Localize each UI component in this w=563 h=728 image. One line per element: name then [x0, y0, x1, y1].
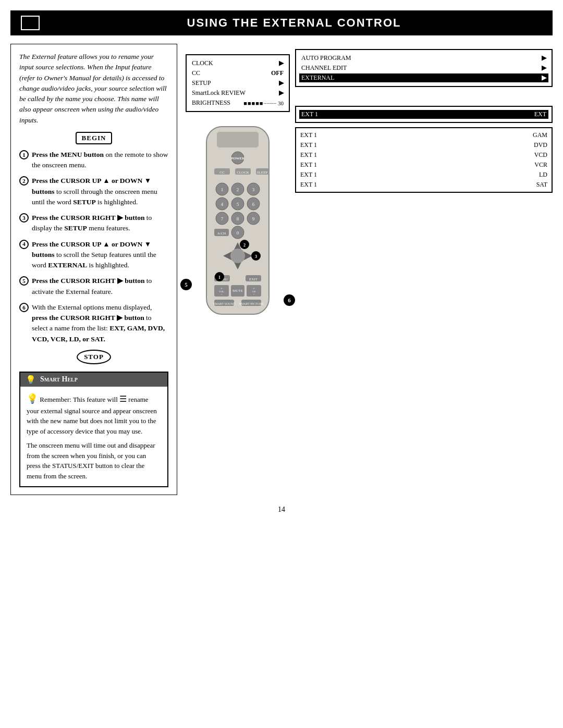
ext-row-ld: EXT 1 LD — [300, 170, 547, 180]
smart-help-body: 💡 Remember: This feature will ☰ rename y… — [20, 387, 167, 487]
menu-row-external-highlight: EXTERNAL ▶ — [299, 73, 548, 82]
menu-row-auto-program: AUTO PROGRAM ▶ — [301, 53, 546, 63]
svg-text:SMART SOUND: SMART SOUND — [213, 302, 236, 305]
svg-text:CH: CH — [252, 290, 256, 293]
ext-row-ext-highlight: EXT 1 EXT — [299, 110, 548, 119]
smart-help-title: Smart Help — [40, 375, 78, 384]
menu-row-brightness: BRIGHTNESS ■■■■■········· 30 — [192, 98, 284, 108]
menu-row-setup: SETUP ▶ — [192, 78, 284, 88]
menu-row-channel-edit: CHANNEL EDIT ▶ — [301, 63, 546, 73]
page-header: Using the External Control — [10, 10, 553, 35]
step-num-6: 6 — [19, 302, 29, 344]
step-circle-2: 2 — [19, 176, 29, 186]
svg-text:SLEEP: SLEEP — [257, 170, 268, 175]
svg-text:2: 2 — [243, 243, 246, 248]
step-num-5: 5 — [19, 276, 29, 297]
main-content: The External feature allows you to renam… — [10, 44, 553, 495]
page-wrapper: Using the External Control The External … — [10, 0, 553, 524]
step-1: 1 Press the MENU button on the remote to… — [19, 150, 168, 171]
step-6-body: With the External options menu displayed… — [32, 302, 168, 344]
svg-text:MUTE: MUTE — [232, 289, 243, 293]
remote-svg: POWER CC CLOCK SLEEP 1 — [186, 121, 290, 319]
page-number: 14 — [10, 505, 553, 514]
stop-label: STOP — [77, 350, 111, 364]
smart-help-header: 💡 Smart Help — [20, 373, 167, 387]
step-3: 3 Press the CURSOR RIGHT ▶ button to dis… — [19, 213, 168, 234]
svg-text:8: 8 — [237, 216, 239, 221]
step-overlay-5: 5 — [180, 279, 192, 290]
step-circle-6: 6 — [19, 303, 29, 312]
svg-text:1: 1 — [218, 275, 221, 280]
ext-options-screen: EXT 1 GAM EXT 1 DVD EXT 1 VCD EXT 1 — [295, 127, 553, 193]
svg-text:2: 2 — [237, 187, 239, 192]
stop-badge: STOP — [19, 350, 168, 364]
smart-help-section: 💡 Smart Help 💡 Remember: This feature wi… — [19, 372, 168, 488]
svg-text:5: 5 — [237, 202, 239, 207]
step-circle-5: 5 — [19, 276, 29, 286]
svg-text:SMART PICTURE: SMART PICTURE — [239, 302, 264, 305]
step-2-body: Press the CURSOR UP ▲ or DOWN ▼ buttons … — [32, 176, 168, 207]
left-panel: The External feature allows you to renam… — [10, 44, 177, 495]
menu-row-clock: CLOCK ▶ — [192, 58, 284, 68]
step-4-body: Press the CURSOR UP ▲ or DOWN ▼ buttons … — [32, 239, 168, 271]
svg-text:POWER: POWER — [231, 156, 245, 161]
step-4: 4 Press the CURSOR UP ▲ or DOWN ▼ button… — [19, 239, 168, 271]
step-num-3: 3 — [19, 213, 29, 234]
step-num-1: 1 — [19, 150, 29, 171]
intro-text: The External feature allows you to renam… — [19, 52, 168, 126]
step-circle-4: 4 — [19, 240, 29, 249]
svg-text:9: 9 — [252, 216, 255, 221]
svg-rect-1 — [217, 132, 259, 147]
svg-text:VOL: VOL — [219, 290, 224, 293]
svg-text:4: 4 — [221, 202, 224, 207]
step-1-body: Press the MENU button on the remote to s… — [32, 150, 168, 171]
step-2: 2 Press the CURSOR UP ▲ or DOWN ▼ button… — [19, 176, 168, 207]
step-num-2: 2 — [19, 176, 29, 207]
ext-row-sat: EXT 1 SAT — [300, 180, 547, 190]
step-3-body: Press the CURSOR RIGHT ▶ button to displ… — [32, 213, 168, 234]
ext-screen-main: EXT 1 EXT — [295, 106, 553, 123]
right-panel: CLOCK ▶ CC OFF SETUP ▶ SmartLock REVIE — [186, 44, 553, 495]
step-circle-3: 3 — [19, 213, 29, 223]
ext-row-gam: EXT 1 GAM — [300, 130, 547, 140]
step-5-body: Press the CURSOR RIGHT ▶ button to activ… — [32, 276, 168, 297]
step-circle-1: 1 — [19, 150, 29, 159]
header-decorative-box — [21, 16, 40, 30]
step-overlay-6: 6 — [284, 294, 295, 306]
svg-text:6: 6 — [252, 202, 255, 207]
step-5: 5 Press the CURSOR RIGHT ▶ button to act… — [19, 276, 168, 297]
menu-row-cc: CC OFF — [192, 68, 284, 78]
begin-badge: BEGIN — [19, 132, 168, 144]
svg-text:1: 1 — [221, 187, 224, 192]
ext-row-vcr: EXT 1 VCR — [300, 160, 547, 170]
menu-screen-2: AUTO PROGRAM ▶ CHANNEL EDIT ▶ EXTERNAL ▶ — [295, 49, 553, 87]
svg-point-36 — [230, 249, 245, 263]
page-title: Using the External Control — [46, 16, 542, 30]
svg-text:0: 0 — [237, 230, 239, 236]
step-6: 6 With the External options menu display… — [19, 302, 168, 344]
svg-text:7: 7 — [221, 216, 224, 221]
smart-help-icon: 💡 — [26, 375, 36, 385]
ext-row-vcd: EXT 1 VCD — [300, 150, 547, 160]
svg-text:CC: CC — [219, 170, 225, 175]
menu-row-smartlock: SmartLock REVIEW ▶ — [192, 88, 284, 98]
svg-text:3: 3 — [255, 254, 257, 259]
smart-help-para-2: The onscreen menu will time out and disa… — [27, 440, 161, 481]
step-num-4: 4 — [19, 239, 29, 271]
begin-label: BEGIN — [76, 132, 113, 144]
smart-help-para-1: 💡 Remember: This feature will ☰ rename y… — [27, 392, 161, 437]
menu-screen-1: CLOCK ▶ CC OFF SETUP ▶ SmartLock REVIE — [186, 54, 290, 112]
svg-text:EXIT: EXIT — [249, 277, 258, 281]
svg-text:A/CH: A/CH — [217, 231, 226, 236]
svg-text:3: 3 — [252, 187, 255, 192]
ext-row-dvd: EXT 1 DVD — [300, 140, 547, 150]
svg-text:CLOCK: CLOCK — [237, 170, 249, 175]
